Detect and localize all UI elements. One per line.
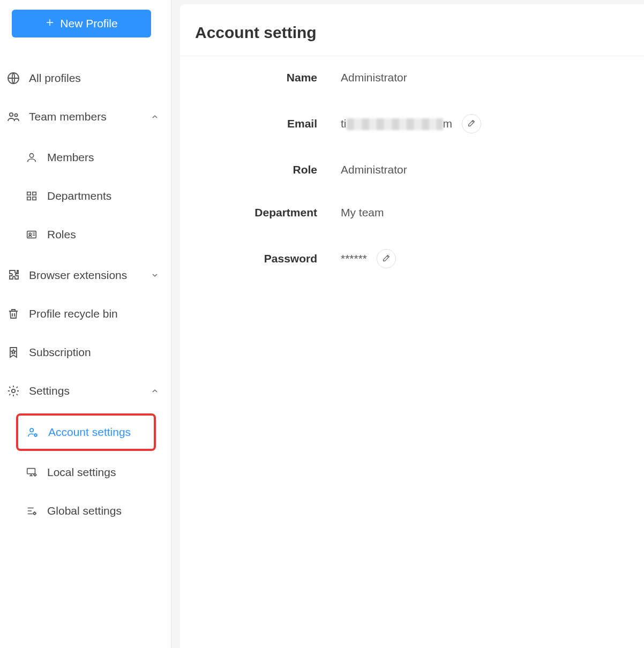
highlighted-nav-box: Account settings [16,413,156,451]
sidebar-item-subscription[interactable]: Subscription [0,333,171,372]
svg-rect-13 [27,469,35,474]
field-name: Name Administrator [180,56,644,99]
user-icon [25,150,39,164]
sidebar-item-label: Browser extensions [29,269,149,282]
new-profile-button[interactable]: New Profile [12,10,151,37]
svg-rect-7 [33,197,36,200]
sliders-gear-icon [25,504,39,518]
sidebar-item-label: Members [47,151,94,164]
field-value: ****** [341,249,396,268]
svg-rect-4 [27,192,31,195]
trash-icon [6,307,20,321]
sidebar-subitem-global-settings[interactable]: Global settings [0,494,171,528]
field-label: Name [180,71,341,84]
field-label: Role [180,163,341,176]
monitor-gear-icon [25,465,39,479]
sidebar-item-recycle-bin[interactable]: Profile recycle bin [0,295,171,333]
edit-password-button[interactable] [377,249,396,268]
sidebar-subitem-local-settings[interactable]: Local settings [0,455,171,489]
content-card: Account setting Name Administrator Email… [180,4,644,648]
field-role: Role Administrator [180,148,644,191]
sidebar: New Profile All profiles Team members Me… [0,0,171,648]
sidebar-item-browser-extensions[interactable]: Browser extensions [0,256,171,295]
svg-point-9 [29,233,31,235]
sidebar-item-label: Settings [29,385,149,397]
sidebar-item-all-profiles[interactable]: All profiles [0,59,171,97]
field-label: Password [180,252,341,265]
field-label: Department [180,206,341,219]
edit-icon [382,254,391,264]
field-value: Administrator [341,71,407,84]
svg-point-11 [30,428,33,432]
field-email: Email tim [180,99,644,148]
id-card-icon [25,228,39,242]
svg-point-10 [12,389,15,393]
sidebar-item-label: Global settings [47,504,122,517]
main-content: Account setting Name Administrator Email… [171,0,644,648]
svg-point-15 [33,513,35,515]
sidebar-item-team-members[interactable]: Team members [0,97,171,136]
sidebar-item-label: Subscription [29,346,160,359]
puzzle-icon [6,268,20,282]
field-value: My team [341,206,384,219]
edit-email-button[interactable] [462,114,481,133]
svg-point-2 [14,114,17,116]
field-value: tim [341,114,481,133]
user-gear-icon [26,425,40,439]
svg-rect-6 [33,192,36,195]
svg-point-14 [34,474,36,476]
plus-icon [45,17,55,30]
sidebar-item-settings[interactable]: Settings [0,372,171,410]
sidebar-item-label: Account settings [48,426,131,439]
chevron-down-icon [149,270,160,281]
sidebar-item-label: All profiles [29,72,160,85]
sidebar-subitem-members[interactable]: Members [0,140,171,175]
sidebar-item-label: Roles [47,228,76,241]
departments-icon [25,189,39,203]
field-password: Password ****** [180,234,644,283]
email-suffix: m [443,117,453,130]
bookmark-star-icon [6,345,20,359]
svg-point-3 [29,154,33,157]
svg-point-12 [34,434,36,436]
field-value: Administrator [341,163,407,176]
svg-point-1 [10,113,13,116]
sidebar-item-label: Local settings [47,466,116,479]
page-title: Account setting [180,24,644,56]
sidebar-item-label: Profile recycle bin [29,307,160,320]
new-profile-label: New Profile [60,17,117,30]
users-icon [6,110,20,124]
sidebar-item-label: Departments [47,190,111,202]
sidebar-subitem-roles[interactable]: Roles [0,217,171,252]
sidebar-subitem-account-settings[interactable]: Account settings [18,416,154,449]
svg-rect-5 [27,197,31,200]
sidebar-item-label: Team members [29,110,149,123]
field-label: Email [180,117,341,130]
field-department: Department My team [180,191,644,234]
sidebar-subitem-departments[interactable]: Departments [0,179,171,213]
redacted-text [347,118,443,130]
edit-icon [467,119,476,129]
chevron-up-icon [149,111,160,122]
email-prefix: ti [341,117,347,130]
gear-icon [6,384,20,398]
globe-icon [6,71,20,85]
password-mask: ****** [341,252,367,265]
chevron-up-icon [149,386,160,396]
